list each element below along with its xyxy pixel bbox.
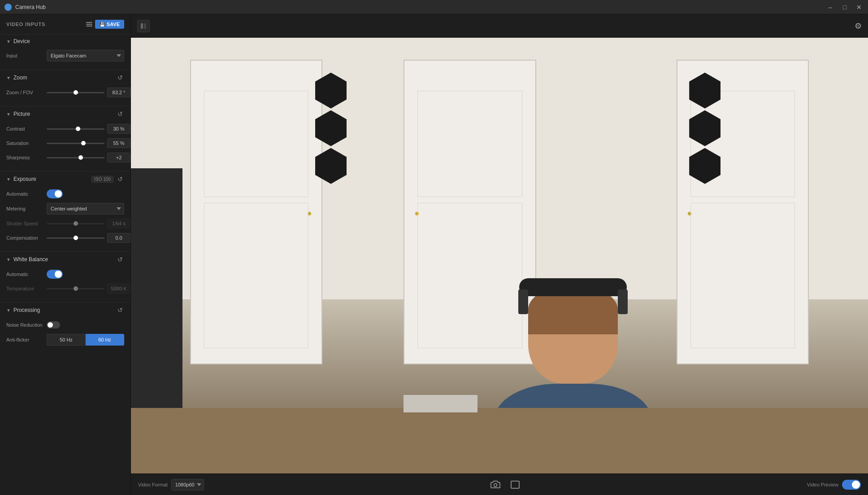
device-chevron-icon: ▼ — [6, 39, 11, 44]
video-preview-toggle[interactable] — [842, 480, 861, 490]
maximize-button[interactable]: □ — [840, 4, 849, 11]
svg-point-2 — [494, 483, 497, 486]
zoom-section-content: Zoom / FOV ▲ ▼ — [0, 85, 130, 106]
panel-title: VIDEO INPUTS — [6, 22, 45, 27]
wb-automatic-label: Automatic — [6, 272, 47, 277]
temperature-row: Temperature ▲ ▼ — [6, 283, 124, 294]
title-bar: Camera Hub – □ ✕ — [0, 0, 868, 14]
fullscreen-icon — [511, 481, 520, 489]
anti-flicker-60hz-button[interactable]: 60 Hz — [86, 334, 124, 346]
saturation-label: Saturation — [6, 140, 47, 146]
temperature-value-input — [107, 284, 130, 293]
fov-label: Zoom / FOV — [6, 90, 47, 95]
noise-reduction-toggle[interactable] — [47, 321, 60, 329]
device-section-header[interactable]: ▼ Device — [0, 35, 130, 48]
exposure-toggle-knob — [55, 190, 62, 197]
device-section-title: Device — [13, 38, 30, 44]
metering-row: Metering Center-weighted Spot Average — [6, 203, 124, 215]
bottom-bar-left: Video Format 1080p60 1080p30 720p60 720p… — [138, 479, 204, 491]
left-door — [190, 60, 323, 365]
picture-section-title: Picture — [13, 111, 30, 117]
saturation-row: Saturation ▲ ▼ — [6, 138, 124, 149]
person-head — [528, 285, 618, 384]
noise-reduction-row: Noise Reduction — [6, 320, 124, 330]
anti-flicker-row: Anti-flicker 50 Hz 60 Hz — [6, 334, 124, 346]
app-icon — [4, 4, 12, 11]
compensation-label: Compensation — [6, 235, 47, 241]
anti-flicker-buttons: 50 Hz 60 Hz — [47, 334, 124, 346]
list-view-icon[interactable] — [86, 22, 92, 26]
fov-value-input[interactable] — [107, 88, 130, 97]
wb-automatic-toggle[interactable] — [47, 270, 63, 279]
temperature-slider — [47, 288, 104, 289]
saturation-value-input[interactable] — [107, 138, 130, 148]
fullscreen-button[interactable] — [509, 478, 521, 491]
contrast-slider[interactable] — [47, 128, 104, 130]
close-button[interactable]: ✕ — [855, 4, 864, 11]
compensation-row: Compensation ▲ ▼ — [6, 232, 124, 243]
temperature-label: Temperature — [6, 286, 47, 291]
capture-screenshot-button[interactable] — [489, 478, 502, 491]
device-section-content: Input Elgato Facecam — [0, 48, 130, 70]
processing-section: ▼ Processing ↺ Noise Reduction Anti-flic… — [0, 302, 130, 354]
exposure-reset-icon[interactable]: ↺ — [116, 175, 124, 183]
exposure-section: ▼ Exposure ISO 100 ↺ Automatic Metering — [0, 171, 130, 251]
video-preview-frame — [131, 38, 868, 473]
zoom-reset-icon[interactable]: ↺ — [116, 74, 124, 82]
input-select[interactable]: Elgato Facecam — [47, 50, 124, 61]
shutter-speed-value-input — [107, 219, 130, 228]
sharpness-slider[interactable] — [47, 157, 104, 158]
anti-flicker-label: Anti-flicker — [6, 337, 47, 342]
anti-flicker-50hz-button[interactable]: 50 Hz — [47, 334, 86, 346]
settings-gear-icon[interactable]: ⚙ — [855, 21, 862, 31]
wb-toggle-knob — [55, 271, 62, 278]
sharpness-value-input[interactable] — [107, 153, 130, 162]
picture-section-header[interactable]: ▼ Picture ↺ — [0, 106, 130, 122]
processing-section-content: Noise Reduction Anti-flicker 50 Hz 60 Hz — [0, 318, 130, 354]
zoom-chevron-icon: ▼ — [6, 75, 11, 80]
picture-section-content: Contrast ▲ ▼ Saturation ▲ ▼ — [0, 122, 130, 171]
metering-select[interactable]: Center-weighted Spot Average — [47, 203, 124, 215]
sidebar-toggle-button[interactable] — [137, 20, 150, 32]
contrast-label: Contrast — [6, 126, 47, 131]
top-bar: ⚙ — [131, 14, 868, 38]
save-icon: 💾 — [100, 22, 105, 27]
contrast-row: Contrast ▲ ▼ — [6, 123, 124, 134]
saturation-slider[interactable] — [47, 143, 104, 144]
exposure-section-header[interactable]: ▼ Exposure ISO 100 ↺ — [0, 171, 130, 187]
compensation-slider[interactable] — [47, 237, 104, 239]
window-controls: – □ ✕ — [826, 4, 864, 11]
video-format-label: Video Format — [138, 482, 168, 487]
wb-automatic-row: Automatic — [6, 269, 124, 280]
noise-reduction-label: Noise Reduction — [6, 322, 47, 328]
white-balance-reset-icon[interactable]: ↺ — [116, 255, 124, 263]
exposure-automatic-toggle[interactable] — [47, 189, 63, 198]
processing-section-header[interactable]: ▼ Processing ↺ — [0, 302, 130, 318]
video-area — [131, 38, 868, 473]
minimize-button[interactable]: – — [826, 4, 835, 11]
panel-header: VIDEO INPUTS 💾 SAVE — [0, 14, 130, 34]
exposure-chevron-icon: ▼ — [6, 177, 11, 182]
iso-badge: ISO 100 — [91, 176, 113, 183]
panel-header-actions: 💾 SAVE — [86, 20, 124, 29]
zoom-section-header[interactable]: ▼ Zoom ↺ — [0, 70, 130, 85]
video-preview-label: Video Preview — [807, 482, 838, 487]
main-layout: VIDEO INPUTS 💾 SAVE ▼ Device — [0, 14, 868, 495]
save-button[interactable]: 💾 SAVE — [95, 20, 124, 29]
picture-reset-icon[interactable]: ↺ — [116, 110, 124, 118]
window-title: Camera Hub — [15, 4, 826, 10]
processing-reset-icon[interactable]: ↺ — [116, 306, 124, 314]
compensation-value-input[interactable] — [107, 233, 130, 243]
processing-chevron-icon: ▼ — [6, 308, 11, 313]
white-balance-section: ▼ White Balance ↺ Automatic Temperature — [0, 251, 130, 302]
bottom-bar: Video Format 1080p60 1080p30 720p60 720p… — [131, 473, 868, 495]
shutter-speed-slider — [47, 223, 104, 224]
white-balance-chevron-icon: ▼ — [6, 257, 11, 262]
exposure-automatic-label: Automatic — [6, 191, 47, 197]
fov-row: Zoom / FOV ▲ ▼ — [6, 87, 124, 98]
processing-section-title: Processing — [13, 307, 40, 313]
video-format-select[interactable]: 1080p60 1080p30 720p60 720p30 — [171, 479, 204, 491]
contrast-value-input[interactable] — [107, 124, 130, 134]
fov-slider[interactable] — [47, 92, 104, 93]
white-balance-section-header[interactable]: ▼ White Balance ↺ — [0, 252, 130, 267]
